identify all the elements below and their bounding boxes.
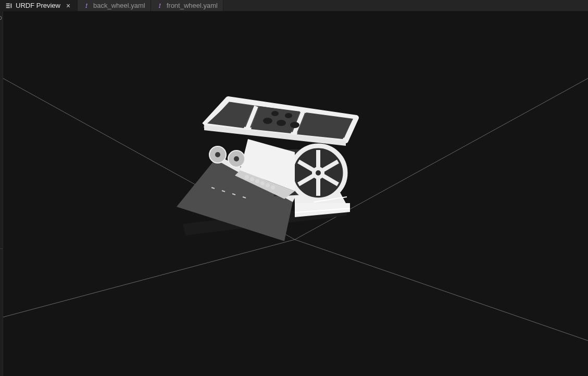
svg-point-42 bbox=[245, 175, 249, 179]
editor-gutter: o bbox=[0, 11, 3, 376]
svg-point-35 bbox=[271, 111, 279, 116]
svg-point-43 bbox=[250, 177, 254, 181]
svg-point-34 bbox=[290, 122, 299, 128]
close-icon[interactable]: × bbox=[65, 2, 72, 9]
svg-rect-1 bbox=[6, 5, 10, 6]
urdf-3d-viewport[interactable] bbox=[3, 11, 588, 376]
tab-bar: URDF Preview × ! back_wheel.yaml ! front… bbox=[0, 0, 588, 11]
svg-line-6 bbox=[3, 240, 295, 345]
svg-point-41 bbox=[234, 156, 239, 161]
svg-point-23 bbox=[316, 170, 321, 176]
svg-line-7 bbox=[295, 240, 588, 376]
svg-point-44 bbox=[255, 179, 259, 183]
tab-urdf-preview[interactable]: URDF Preview × bbox=[0, 0, 78, 11]
svg-point-46 bbox=[266, 183, 270, 187]
scene-canvas[interactable] bbox=[3, 11, 588, 376]
robot-model bbox=[177, 99, 356, 241]
preview-icon bbox=[5, 2, 12, 9]
svg-rect-3 bbox=[11, 3, 12, 8]
tab-label: back_wheel.yaml bbox=[93, 2, 145, 9]
tab-label: front_wheel.yaml bbox=[167, 2, 218, 9]
tab-front-wheel[interactable]: ! front_wheel.yaml bbox=[151, 0, 223, 11]
tab-label: URDF Preview bbox=[16, 2, 60, 9]
yaml-icon: ! bbox=[156, 2, 164, 9]
cut-off-text: o bbox=[0, 15, 2, 21]
tab-back-wheel[interactable]: ! back_wheel.yaml bbox=[78, 0, 151, 11]
svg-point-45 bbox=[260, 181, 265, 185]
svg-rect-2 bbox=[6, 7, 10, 8]
svg-point-47 bbox=[271, 185, 275, 190]
svg-point-40 bbox=[215, 152, 220, 157]
svg-point-32 bbox=[263, 118, 272, 124]
svg-point-33 bbox=[277, 120, 286, 126]
svg-point-36 bbox=[285, 113, 292, 118]
svg-rect-0 bbox=[6, 3, 10, 4]
gutter-separator bbox=[0, 248, 3, 249]
yaml-icon: ! bbox=[83, 2, 90, 9]
